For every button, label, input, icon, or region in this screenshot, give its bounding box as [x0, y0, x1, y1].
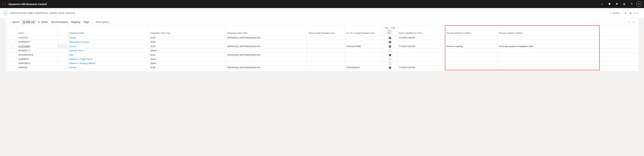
- col-resolve-update[interactable]: Resolve Update Conflicts: [498, 26, 599, 36]
- cell-resolve-deletion[interactable]: [445, 36, 498, 40]
- cell-table-template[interactable]: [307, 61, 345, 65]
- table-row[interactable]: PAYMENT T...Payment TermsOption: [7, 49, 637, 53]
- cell-integration-table-filter[interactable]: VERSION(1) SORTING(Field1) WH...: [226, 53, 307, 57]
- bookmark-icon[interactable]: 🔖︎: [622, 11, 628, 16]
- cell-integration-field-type[interactable]: GUID: [149, 66, 226, 70]
- cell-table-template[interactable]: [307, 40, 345, 44]
- app-launcher-icon[interactable]: ⋮⋮⋮: [1, 3, 8, 6]
- cell-int-template[interactable]: [345, 40, 383, 44]
- row-actions-icon[interactable]: [58, 61, 68, 65]
- col-resolve-deletion[interactable]: Resolve Deletion Conflicts: [445, 26, 498, 36]
- table-row[interactable]: CUSTOMER⋮AccountGUIDVERSION(1) SORTING(F…: [7, 44, 637, 49]
- row-actions-icon[interactable]: [58, 66, 68, 70]
- cell-table-template[interactable]: [307, 57, 345, 61]
- cell-resolve-update[interactable]: [498, 49, 599, 53]
- table-row[interactable]: CURRENCYTransaction CurrencyGUID: [7, 40, 637, 44]
- mapping-menu[interactable]: Mapping: [70, 20, 82, 24]
- col-table-template-code[interactable]: Table Config Template Code: [307, 26, 345, 36]
- cell-resolve-update[interactable]: Send data update to integration table: [498, 44, 599, 49]
- col-integration-field[interactable]: Integration Field: [68, 26, 149, 36]
- cell-resolve-update[interactable]: [498, 53, 599, 57]
- cell-sync-only-coupled[interactable]: [383, 36, 397, 40]
- col-integration-table-filter[interactable]: Integration Table Filter: [226, 26, 307, 36]
- cell-int-template[interactable]: [345, 61, 383, 65]
- cell-table-template[interactable]: [307, 53, 345, 57]
- cell-integration-table-filter[interactable]: [226, 57, 307, 61]
- cell-modified-filter[interactable]: [397, 57, 445, 61]
- cell-integration-field-type[interactable]: Option: [149, 61, 226, 65]
- cell-table-template[interactable]: [307, 66, 345, 70]
- cell-resolve-update[interactable]: [498, 40, 599, 44]
- cell-resolve-deletion[interactable]: [445, 40, 498, 44]
- cell-integration-table-filter[interactable]: [226, 40, 307, 44]
- back-button[interactable]: ←: [3, 10, 9, 16]
- search-icon[interactable]: ⌕: [598, 0, 606, 8]
- cell-sync-only-coupled[interactable]: [383, 61, 397, 65]
- delete-button[interactable]: 🗑︎Delete: [36, 20, 49, 24]
- list-view-icon[interactable]: ≡: [631, 20, 636, 24]
- search-button[interactable]: ⌕Search: [8, 20, 21, 24]
- table-row[interactable]: SALESPEOPLEUserGUIDVERSION(1) SORTING(Fi…: [7, 53, 637, 57]
- cell-modified-filter[interactable]: [397, 61, 445, 65]
- table-row[interactable]: VENDORAccountGUIDVERSION(1) SORTING(Fiel…: [7, 66, 637, 70]
- col-int-template-code[interactable]: Int. Tbl. Config Template Code: [345, 26, 383, 36]
- page-menu[interactable]: Page: [82, 20, 91, 24]
- cell-integration-table-filter[interactable]: VERSION(1) SORTING(Field1) WH...: [226, 44, 307, 49]
- table-row[interactable]: SHIPPING A...Address 1: Shipping MethodO…: [7, 61, 637, 65]
- cell-integration-field[interactable]: Contact: [68, 36, 149, 40]
- cell-integration-field-type[interactable]: GUID: [149, 40, 226, 44]
- cell-modified-filter[interactable]: 7/7/2020 4:00 PM: [397, 44, 445, 49]
- cell-table-template[interactable]: [307, 49, 345, 53]
- cell-name[interactable]: VENDOR: [17, 66, 58, 70]
- row-actions-icon[interactable]: [58, 40, 68, 44]
- flag-icon[interactable]: ⚑: [613, 0, 620, 8]
- cell-modified-filter[interactable]: [397, 53, 445, 57]
- row-actions-icon[interactable]: [58, 49, 68, 53]
- cell-sync-only-coupled[interactable]: [383, 57, 397, 61]
- cell-table-template[interactable]: [307, 36, 345, 40]
- cell-resolve-deletion[interactable]: [445, 49, 498, 53]
- cell-modified-filter[interactable]: [397, 40, 445, 44]
- cell-resolve-deletion[interactable]: Remove coupling: [445, 44, 498, 49]
- cell-table-template[interactable]: [307, 44, 345, 49]
- data-grid[interactable]: Name Integration Field Integration Field…: [6, 26, 638, 71]
- cell-sync-only-coupled[interactable]: [383, 66, 397, 70]
- row-actions-icon[interactable]: [58, 57, 68, 61]
- cell-resolve-update[interactable]: [498, 66, 599, 70]
- cell-integration-field[interactable]: Account: [68, 44, 149, 49]
- cell-name[interactable]: PAYMENT T...: [17, 49, 58, 53]
- cell-modified-filter[interactable]: [397, 49, 445, 53]
- cell-integration-field[interactable]: Account: [68, 66, 149, 70]
- cell-name[interactable]: CUSTOMER: [17, 44, 58, 49]
- cell-name[interactable]: SHIPMENT ...: [17, 57, 58, 61]
- cell-int-template[interactable]: [345, 53, 383, 57]
- cell-integration-field[interactable]: User: [68, 53, 149, 57]
- edit-list-button[interactable]: ▦Edit List: [21, 20, 36, 24]
- cell-int-template[interactable]: [345, 49, 383, 53]
- cell-name[interactable]: SHIPPING A...: [17, 61, 58, 65]
- cell-name[interactable]: CURRENCY: [17, 40, 58, 44]
- cell-sync-only-coupled[interactable]: [383, 49, 397, 53]
- cell-integration-field-type[interactable]: GUID: [149, 44, 226, 49]
- cell-resolve-update[interactable]: [498, 61, 599, 65]
- cell-integration-field[interactable]: Payment Terms: [68, 49, 149, 53]
- cell-sync-only-coupled[interactable]: [383, 44, 397, 49]
- help-icon[interactable]: ?: [628, 0, 635, 8]
- cell-resolve-update[interactable]: [498, 36, 599, 40]
- cell-integration-field-type[interactable]: Option: [149, 57, 226, 61]
- cell-resolve-update[interactable]: [498, 57, 599, 61]
- cell-integration-table-filter[interactable]: VERSION(1) SORTING(Field1) WH...: [226, 66, 307, 70]
- col-integration-field-type[interactable]: Integration Field Type: [149, 26, 226, 36]
- collapse-icon[interactable]: ↙↗: [633, 11, 639, 16]
- row-actions-icon[interactable]: [58, 53, 68, 57]
- cell-integration-field-type[interactable]: GUID: [149, 36, 226, 40]
- cell-sync-only-coupled[interactable]: [383, 40, 397, 44]
- cell-int-template[interactable]: [345, 36, 383, 40]
- row-actions-icon[interactable]: [58, 36, 68, 40]
- cell-resolve-deletion[interactable]: [445, 61, 498, 65]
- filter-pane-icon[interactable]: ▽: [626, 20, 631, 24]
- notifications-icon[interactable]: 🔔︎: [606, 0, 613, 8]
- user-avatar[interactable]: F: [636, 1, 642, 7]
- cell-integration-field-type[interactable]: GUID: [149, 53, 226, 57]
- cell-resolve-deletion[interactable]: [445, 57, 498, 61]
